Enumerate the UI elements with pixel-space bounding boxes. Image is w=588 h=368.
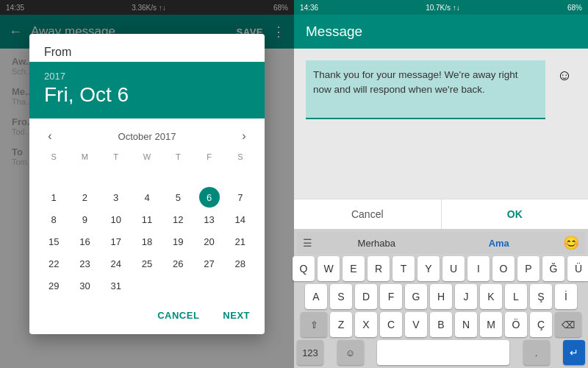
keyboard-key[interactable]: J [455, 284, 477, 309]
enter-key[interactable]: ↵ [563, 340, 585, 365]
calendar-day-cell[interactable]: 14 [225, 208, 256, 230]
calendar-day-cell[interactable]: 3 [101, 186, 132, 208]
calendar-day-cell [38, 164, 69, 186]
message-text[interactable]: Thank you for your message! We're away r… [306, 60, 545, 119]
keyboard-key[interactable]: T [392, 256, 415, 281]
calendar-day-cell [225, 164, 256, 186]
next-button[interactable]: NEXT [220, 307, 253, 324]
keyboard-key[interactable]: E [343, 256, 365, 281]
suggestion-ama[interactable]: Ama [441, 238, 558, 249]
keyboard-key[interactable]: G [405, 284, 427, 309]
calendar-day-cell[interactable]: 25 [132, 252, 162, 275]
suggestion-merhaba[interactable]: Merhaba [318, 238, 435, 249]
emoji-keyboard-button[interactable]: ☺ [337, 340, 364, 365]
next-month-button[interactable]: › [235, 127, 253, 145]
keyboard-key[interactable]: I [467, 256, 490, 281]
calendar-day-cell[interactable]: 11 [132, 208, 162, 230]
calendar-day-cell[interactable]: 9 [69, 208, 100, 230]
calendar-day-cell[interactable]: 10 [101, 208, 132, 230]
period-key[interactable]: . [523, 340, 550, 365]
keyboard-key[interactable]: A [305, 284, 327, 309]
calendar-day-cell[interactable]: 29 [38, 275, 69, 297]
keyboard-key[interactable]: S [330, 284, 352, 309]
keyboard-key[interactable]: C [380, 312, 402, 337]
keyboard-key[interactable]: U [442, 256, 465, 281]
calendar-day-cell[interactable]: 19 [162, 230, 193, 252]
shift-key[interactable]: ⇧ [301, 312, 327, 337]
calendar-day-cell[interactable]: 18 [132, 230, 162, 252]
suggestion-row: ☰ Merhaba Ama 😊 [297, 232, 585, 254]
calendar-day-cell[interactable]: 15 [38, 230, 69, 252]
space-key[interactable] [377, 340, 509, 365]
cal-header-cell: M [69, 149, 100, 164]
keyboard-key[interactable]: Ğ [542, 256, 564, 281]
prev-month-button[interactable]: ‹ [41, 127, 59, 145]
ok-button[interactable]: OK [442, 199, 589, 229]
calendar-day-cell[interactable]: 2 [69, 186, 100, 208]
keyboard-key[interactable]: V [405, 312, 427, 337]
cal-header-cell: W [132, 149, 162, 164]
backspace-key[interactable]: ⌫ [555, 312, 581, 337]
keyboard-key[interactable]: H [430, 284, 452, 309]
numbers-key[interactable]: 123 [297, 340, 323, 365]
cal-header-cell: S [38, 149, 69, 164]
calendar-day-cell[interactable]: 26 [162, 252, 193, 275]
calendar-day-cell[interactable]: 12 [162, 208, 193, 230]
battery-right: 68% [567, 4, 582, 12]
keyboard-key[interactable]: X [355, 312, 377, 337]
keyboard-key[interactable]: Q [293, 256, 315, 281]
keyboard-key[interactable]: B [430, 312, 452, 337]
keyboard-key[interactable]: O [492, 256, 514, 281]
keyboard-key[interactable]: Z [330, 312, 352, 337]
calendar-day-cell[interactable]: 6 [199, 187, 220, 208]
message-header: Message [294, 15, 588, 49]
calendar-day-cell[interactable]: 1 [38, 186, 69, 208]
cancel-button[interactable]: CANCEL [154, 307, 202, 324]
keyboard-key[interactable]: N [455, 312, 477, 337]
calendar-day-cell[interactable]: 5 [162, 186, 193, 208]
calendar-day-cell [193, 275, 224, 297]
keyboard-key[interactable]: Y [417, 256, 440, 281]
time-right: 14:36 [300, 4, 318, 12]
calendar-day-cell [162, 275, 193, 297]
calendar-day-cell[interactable]: 31 [101, 275, 132, 297]
calendar-day-cell[interactable]: 13 [193, 208, 224, 230]
from-label: From [29, 34, 265, 62]
calendar-week-row: 1234567 [38, 186, 256, 208]
calendar-day-cell[interactable]: 8 [38, 208, 69, 230]
calendar-day-cell[interactable]: 7 [225, 186, 256, 208]
keyboard-key[interactable]: Ü [567, 256, 588, 281]
keyboard-key[interactable]: İ [555, 284, 577, 309]
keyboard-menu-icon[interactable]: ☰ [303, 237, 312, 249]
calendar-day-cell [69, 164, 100, 186]
keyboard-key[interactable]: R [368, 256, 390, 281]
cancel-button[interactable]: Cancel [294, 199, 442, 229]
calendar-day-cell[interactable]: 20 [193, 230, 224, 252]
calendar-day-cell[interactable]: 27 [193, 252, 224, 275]
calendar-day-cell[interactable]: 28 [225, 252, 256, 275]
calendar-week-row [38, 164, 256, 186]
year-label: 2017 [44, 71, 250, 82]
calendar-day-cell[interactable]: 4 [132, 186, 162, 208]
keyboard-key[interactable]: M [480, 312, 502, 337]
keyboard-key[interactable]: F [380, 284, 402, 309]
calendar-day-cell[interactable]: 17 [101, 230, 132, 252]
keyboard-key[interactable]: D [355, 284, 377, 309]
keyboard-key[interactable]: P [517, 256, 539, 281]
calendar-day-cell[interactable]: 22 [38, 252, 69, 275]
keyboard-key[interactable]: L [505, 284, 527, 309]
calendar-day-cell[interactable]: 30 [69, 275, 100, 297]
calendar-day-cell[interactable]: 16 [69, 230, 100, 252]
keyboard-key[interactable]: W [318, 256, 340, 281]
date-big-label: Fri, Oct 6 [44, 83, 250, 107]
keyboard-key[interactable]: K [480, 284, 502, 309]
calendar-day-cell[interactable]: 21 [225, 230, 256, 252]
calendar-week-row: 15161718192021 [38, 230, 256, 252]
keyboard-key[interactable]: Ş [530, 284, 552, 309]
calendar-day-cell[interactable]: 23 [69, 252, 100, 275]
keyboard-key[interactable]: Ç [530, 312, 552, 337]
suggestion-emoji[interactable]: 😊 [563, 235, 579, 251]
keyboard-key[interactable]: Ö [505, 312, 527, 337]
calendar-day-cell[interactable]: 24 [101, 252, 132, 275]
emoji-button[interactable]: ☺ [553, 63, 576, 87]
